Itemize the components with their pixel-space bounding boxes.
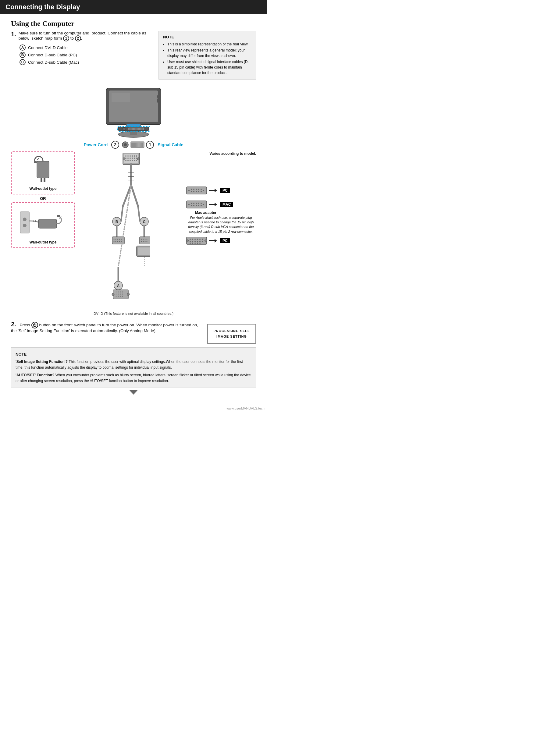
adapter-svg-1 xyxy=(22,155,64,186)
svg-point-69 xyxy=(136,157,137,159)
svg-point-106 xyxy=(145,239,146,239)
svg-point-141 xyxy=(196,191,197,192)
svg-point-168 xyxy=(197,239,198,240)
note2-para1: 'Self Image Setting Function'? This func… xyxy=(15,359,251,370)
dsub-c-svg xyxy=(186,200,207,209)
right-col: Varies according to model. xyxy=(186,151,256,310)
svg-marker-161 xyxy=(209,202,217,206)
svg-text:C: C xyxy=(143,220,146,224)
processing-box: PROCESSING SELF IMAGE SETTING xyxy=(207,324,256,344)
svg-line-85 xyxy=(121,206,123,222)
svg-point-93 xyxy=(116,239,116,239)
connector-svg xyxy=(120,141,145,149)
svg-point-144 xyxy=(201,189,202,190)
wall-outlet-label-2: Wall-outlet type xyxy=(14,240,71,244)
dsub-b-svg xyxy=(186,186,207,195)
note1-title: NOTE xyxy=(163,34,251,40)
step1-text: Make sure to turn off the computer and p… xyxy=(18,31,153,41)
outlet-box-1: Wall-outlet type xyxy=(11,151,75,194)
svg-point-94 xyxy=(117,239,118,239)
connection-c: C Connect D-sub Cable (Mac) xyxy=(19,59,153,65)
note1-item1: This is a simplified representation of t… xyxy=(167,41,251,47)
main-content: Using the Computer 1. Make sure to turn … xyxy=(0,14,267,403)
svg-point-152 xyxy=(193,202,194,204)
connection-a: A Connect DVI-D Cable xyxy=(19,44,153,51)
connector-num-1: 1 xyxy=(146,141,154,149)
bottom-arrow xyxy=(11,390,256,395)
svg-point-60 xyxy=(129,155,131,157)
svg-point-136 xyxy=(191,189,192,190)
svg-point-155 xyxy=(196,205,197,206)
svg-point-178 xyxy=(192,243,193,244)
svg-point-62 xyxy=(134,155,135,157)
monitor-svg xyxy=(94,85,173,140)
svg-rect-42 xyxy=(41,178,42,182)
circle-2: 2 xyxy=(75,35,81,41)
adapter-svg-2 xyxy=(18,206,67,239)
mac-adapter-note: For Apple Macintosh use, a separate plug… xyxy=(186,215,256,234)
power-button-icon: ⏻ xyxy=(31,322,38,329)
mac-label-c: MAC xyxy=(220,202,233,207)
svg-line-86 xyxy=(131,185,138,206)
svg-point-77 xyxy=(137,157,140,160)
svg-point-181 xyxy=(199,243,201,244)
svg-point-170 xyxy=(202,239,203,240)
header-title: Connecting the Display xyxy=(6,3,80,11)
svg-point-169 xyxy=(199,239,201,240)
svg-point-49 xyxy=(23,224,26,227)
svg-point-173 xyxy=(194,241,196,242)
svg-point-165 xyxy=(189,239,191,240)
svg-point-130 xyxy=(116,296,117,296)
svg-point-131 xyxy=(118,296,119,296)
svg-point-76 xyxy=(123,157,125,160)
connection-c-label: Connect D-sub Cable (Mac) xyxy=(28,60,79,65)
svg-point-149 xyxy=(188,204,189,205)
badge-b: B xyxy=(19,52,26,58)
svg-point-100 xyxy=(119,241,120,242)
svg-point-157 xyxy=(198,205,199,206)
svg-point-135 xyxy=(188,190,189,191)
svg-rect-41 xyxy=(37,161,49,178)
svg-point-23 xyxy=(157,95,161,98)
svg-marker-147 xyxy=(209,189,217,192)
left-col: Wall-outlet type OR xyxy=(11,151,75,310)
diagram-area: Power Cord 2 xyxy=(11,85,256,315)
svg-point-124 xyxy=(120,291,121,292)
or-divider: OR xyxy=(11,196,75,201)
svg-point-99 xyxy=(117,241,118,242)
svg-point-121 xyxy=(127,293,129,296)
svg-rect-53 xyxy=(57,215,60,217)
connection-a-label: Connect DVI-D Cable xyxy=(28,45,68,50)
note2-para1-bold: 'Self Image Setting Function'? xyxy=(15,360,68,364)
pc-row-a: PC xyxy=(186,236,256,245)
svg-point-163 xyxy=(186,240,189,242)
page-header: Connecting the Display xyxy=(0,0,267,14)
connector-num-2: 2 xyxy=(111,141,119,149)
note2-title: NOTE xyxy=(15,351,251,358)
svg-point-65 xyxy=(127,157,128,159)
pc-label-b: PC xyxy=(220,188,230,193)
svg-point-63 xyxy=(136,155,137,157)
svg-point-98 xyxy=(116,241,116,242)
svg-point-142 xyxy=(198,189,199,190)
svg-point-105 xyxy=(143,239,144,239)
svg-point-133 xyxy=(122,296,123,296)
arrow-a xyxy=(209,238,218,244)
note1-item3: User must use shielded signal interface … xyxy=(167,59,251,76)
svg-point-171 xyxy=(189,241,191,242)
svg-rect-103 xyxy=(140,237,150,244)
svg-point-122 xyxy=(116,291,117,292)
svg-point-61 xyxy=(132,155,133,157)
svg-point-68 xyxy=(134,157,135,159)
varies-text: Varies according to model. xyxy=(186,151,256,156)
cables-svg: B C xyxy=(111,151,150,310)
svg-point-175 xyxy=(199,241,201,242)
svg-point-167 xyxy=(194,239,196,240)
step2-text-part1: Press xyxy=(19,323,31,327)
svg-point-180 xyxy=(197,243,198,244)
svg-point-73 xyxy=(132,160,133,161)
step1-row: 1. Make sure to turn off the computer an… xyxy=(11,31,256,80)
svg-point-139 xyxy=(193,191,194,192)
step2-number: 2. xyxy=(11,321,16,328)
svg-point-154 xyxy=(196,202,197,204)
